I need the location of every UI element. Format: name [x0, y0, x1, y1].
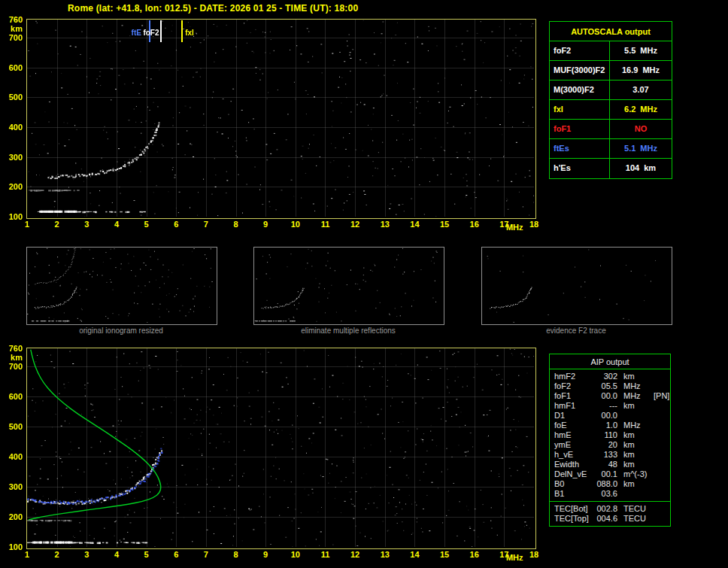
autoscala-row-value: NO: [610, 120, 672, 138]
aip-row-unit: MHz: [617, 391, 652, 401]
aip-row-value: 088.0: [593, 479, 617, 489]
autoscala-row-label: M(3000)F2: [550, 80, 610, 99]
thumbnail-caption-original: original ionogram resized: [26, 327, 216, 335]
aip-row-value: 20: [593, 440, 617, 450]
y-tick-label: 700: [3, 33, 23, 42]
aip-row-label: D1: [554, 411, 593, 421]
marker-label-foF2: foF2: [143, 29, 159, 37]
aip-row-TEC[Bot]: TEC[Bot]002.8TECU: [550, 504, 670, 514]
aip-row-value: 00.0: [593, 391, 617, 401]
x-tick-label: 9: [256, 550, 275, 559]
aip-row-D1: D100.0: [550, 411, 670, 421]
aip-row-value: 133: [593, 450, 617, 460]
x-axis-unit: MHz: [505, 553, 523, 562]
aip-row-foF1: foF100.0MHz[PN]: [550, 391, 670, 401]
aip-row-label: B1: [554, 489, 593, 499]
autoscala-row-label: MUF(3000)F2: [550, 61, 610, 80]
x-tick-label: 10: [287, 220, 305, 229]
y-tick-label: 600: [3, 63, 23, 72]
autoscala-row-foF2: foF25.5MHz: [550, 41, 672, 61]
x-axis-unit: MHz: [505, 223, 523, 232]
y-tick-label: 300: [3, 153, 23, 162]
x-tick-label: 6: [167, 550, 185, 559]
aip-row-note: [652, 421, 654, 430]
aip-row-note: [PN]: [652, 391, 669, 401]
aip-row-unit: MHz: [617, 421, 652, 430]
marker-label-ftE: ftE: [132, 29, 141, 37]
aip-row-label: h_vE: [554, 450, 593, 460]
thumbnail-eliminate-reflections: [253, 247, 444, 325]
marker-label-fxl: fxl: [185, 29, 194, 37]
autoscala-row-h'Es: h'Es104km: [550, 159, 672, 178]
thumbnail-evidence-canvas: [482, 248, 670, 323]
aip-row-unit: [617, 411, 652, 421]
y-tick-label: 300: [3, 482, 23, 491]
x-tick-label: 16: [466, 220, 484, 229]
x-tick-label: 9: [256, 220, 275, 229]
aip-row-unit: TECU: [617, 504, 652, 514]
aip-row-unit: km: [617, 430, 652, 440]
autoscala-row-label: h'Es: [550, 159, 610, 178]
x-tick-label: 18: [525, 220, 543, 229]
aip-row-value: 002.8: [593, 504, 617, 514]
y-tick-label: 760: [3, 15, 23, 24]
x-tick-label: 5: [138, 550, 156, 559]
thumbnail-caption-evidence: evidence F2 trace: [481, 327, 671, 335]
x-tick-label: 11: [316, 550, 334, 559]
thumbnail-eliminate-canvas: [254, 248, 442, 323]
aip-row-note: [652, 504, 654, 514]
aip-row-note: [652, 514, 654, 524]
x-tick-label: 13: [376, 220, 394, 229]
aip-row-label: hmF1: [554, 401, 593, 411]
y-axis-unit: km: [3, 353, 23, 362]
aip-row-unit: km: [617, 450, 652, 460]
aip-row-B1: B103.6: [550, 489, 670, 499]
aip-row-note: [652, 430, 654, 440]
aip-row-note: [652, 381, 654, 391]
aip-row-h_vE: h_vE133km: [550, 450, 670, 460]
y-tick-label: 500: [3, 422, 23, 431]
y-tick-label: 700: [3, 362, 23, 371]
autoscala-output-table: AUTOSCALA output foF25.5MHzMUF(3000)F216…: [549, 21, 672, 179]
y-tick-label: 600: [3, 392, 23, 401]
autoscala-table-rows: foF25.5MHzMUF(3000)F216.9MHzM(3000)F23.0…: [550, 41, 672, 178]
aip-row-value: 1.0: [593, 421, 617, 430]
aip-row-unit: MHz: [617, 381, 652, 391]
aip-row-unit: km: [617, 460, 652, 469]
autoscala-row-ftEs: ftEs5.1MHz: [550, 139, 672, 159]
x-tick-label: 4: [108, 550, 126, 559]
x-tick-label: 8: [227, 550, 245, 559]
aip-row-value: 03.6: [593, 489, 617, 499]
aip-row-label: TEC[Bot]: [554, 504, 593, 514]
aip-row-foE: foE1.0MHz: [550, 421, 670, 430]
aip-row-note: [652, 401, 654, 411]
aip-row-note: [652, 479, 654, 489]
aip-row-foF2: foF205.5MHz: [550, 381, 670, 391]
aip-row-TEC[Top]: TEC[Top]004.6TECU: [550, 514, 670, 524]
thumbnail-original-canvas: [27, 248, 215, 323]
x-tick-label: 15: [435, 220, 453, 229]
aip-row-note: [652, 372, 654, 381]
aip-row-unit: TECU: [617, 514, 652, 524]
aip-row-label: TEC[Top]: [554, 514, 593, 524]
page-title: Rome (lat: +41.8, lon: 012.5) - DATE: 20…: [68, 3, 358, 14]
aip-row-value: 00.0: [593, 411, 617, 421]
x-tick-label: 13: [376, 550, 394, 559]
bottom-ionogram-canvas: [27, 348, 534, 547]
aip-row-value: 110: [593, 430, 617, 440]
aip-table-rows: hmF2302kmfoF205.5MHzfoF100.0MHz[PN]hmF1-…: [550, 369, 670, 524]
x-tick-label: 12: [346, 220, 364, 229]
thumbnail-original-ionogram: [26, 247, 217, 325]
aip-row-unit: km: [617, 440, 652, 450]
x-tick-label: 2: [48, 550, 66, 559]
x-tick-label: 2: [48, 220, 66, 229]
x-tick-label: 12: [346, 550, 364, 559]
x-tick-label: 4: [108, 220, 126, 229]
autoscala-row-value: 104km: [610, 159, 672, 178]
aip-row-DelN_vE: DelN_vE00.1m^(-3): [550, 469, 670, 479]
x-tick-label: 18: [525, 550, 543, 559]
aip-output-table: AIP output hmF2302kmfoF205.5MHzfoF100.0M…: [549, 354, 671, 527]
bottom-ionogram-panel: [26, 348, 536, 549]
autoscala-row-label: fxl: [550, 100, 610, 119]
x-tick-label: 7: [197, 220, 215, 229]
